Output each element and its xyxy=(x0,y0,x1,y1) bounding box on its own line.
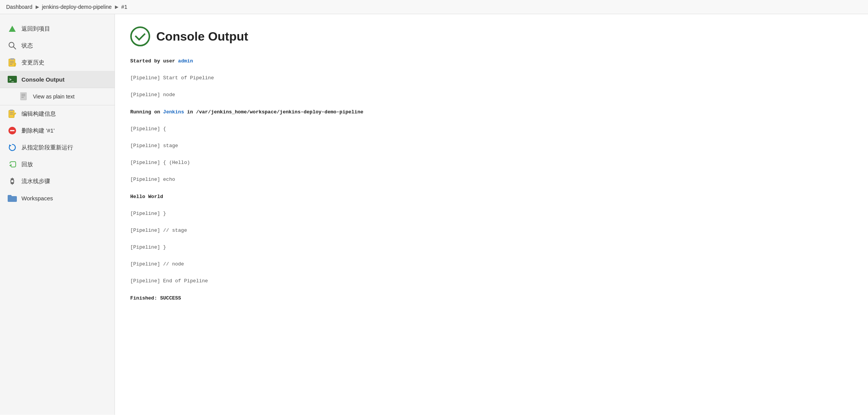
log-line-3: [Pipeline] node xyxy=(130,91,853,99)
svg-rect-18 xyxy=(10,130,15,131)
console-output-title: Console Output xyxy=(156,29,248,44)
plain-text-icon xyxy=(19,92,28,101)
svg-text:>_: >_ xyxy=(9,77,14,82)
log-line-12: [Pipeline] } xyxy=(130,243,853,252)
svg-line-1 xyxy=(13,47,16,49)
breadcrumb-pipeline[interactable]: jenkins-deploy-demo-pipeline xyxy=(42,4,112,10)
sidebar-item-label: View as plain text xyxy=(33,93,75,100)
sidebar-item-workspaces[interactable]: Workspaces xyxy=(0,190,115,206)
sidebar-item-pipeline-steps[interactable]: 流水线步骤 xyxy=(0,173,115,190)
content-area: Console Output Started by user admin [Pi… xyxy=(115,14,868,415)
svg-marker-20 xyxy=(9,164,11,167)
sidebar-item-label: 流水线步骤 xyxy=(21,178,50,185)
sidebar: 返回到项目 状态 xyxy=(0,14,115,415)
breadcrumb-sep-2: ▶ xyxy=(115,4,118,10)
svg-point-22 xyxy=(11,180,13,182)
no-entry-icon xyxy=(8,126,17,135)
success-check-icon xyxy=(130,26,150,46)
sidebar-item-console-output[interactable]: >_ Console Output xyxy=(0,71,115,88)
jenkins-link[interactable]: Jenkins xyxy=(163,109,184,115)
console-output-header: Console Output xyxy=(130,26,853,46)
log-line-9: Hello World xyxy=(130,193,853,201)
console-log-output: Started by user admin [Pipeline] Start o… xyxy=(130,57,853,311)
log-line-10: [Pipeline] } xyxy=(130,210,853,218)
sidebar-item-label: 回放 xyxy=(21,161,33,168)
sidebar-item-label: 状态 xyxy=(21,42,33,49)
main-layout: 返回到项目 状态 xyxy=(0,14,868,415)
up-arrow-icon xyxy=(8,24,17,33)
breadcrumb-sep-1: ▶ xyxy=(36,4,39,10)
svg-marker-19 xyxy=(9,144,11,147)
sidebar-item-delete-build[interactable]: 删除构建 '#1' xyxy=(0,122,115,139)
sidebar-item-label: Workspaces xyxy=(21,195,53,201)
sidebar-item-changes[interactable]: 变更历史 xyxy=(0,54,115,71)
breadcrumb-build: #1 xyxy=(121,4,128,10)
sidebar-item-label: Console Output xyxy=(21,76,65,83)
admin-link[interactable]: admin xyxy=(178,58,193,64)
sidebar-item-label: 编辑构建信息 xyxy=(21,110,56,118)
notepad-icon xyxy=(8,58,17,67)
log-line-7: [Pipeline] { (Hello) xyxy=(130,159,853,167)
sidebar-item-rollback[interactable]: 回放 xyxy=(0,156,115,173)
log-line-11: [Pipeline] // stage xyxy=(130,226,853,235)
log-line-6: [Pipeline] stage xyxy=(130,142,853,150)
breadcrumb: Dashboard ▶ jenkins-deploy-demo-pipeline… xyxy=(0,0,868,14)
replay-icon xyxy=(8,143,17,152)
sidebar-item-label: 变更历史 xyxy=(21,59,44,66)
sidebar-item-label: 返回到项目 xyxy=(21,25,50,33)
sidebar-item-label: 删除构建 '#1' xyxy=(21,127,55,134)
sidebar-item-status[interactable]: 状态 xyxy=(0,37,115,54)
breadcrumb-dashboard[interactable]: Dashboard xyxy=(6,4,33,10)
magnifier-icon xyxy=(8,41,17,50)
sidebar-item-label: 从指定阶段重新运行 xyxy=(21,144,73,151)
log-line-15: Finished: SUCCESS xyxy=(130,294,853,303)
sidebar-item-view-plain-text[interactable]: View as plain text xyxy=(0,88,115,105)
svg-rect-3 xyxy=(10,58,14,60)
sidebar-item-edit-build-info[interactable]: 编辑构建信息 xyxy=(0,105,115,122)
svg-rect-9 xyxy=(20,92,26,100)
log-line-13: [Pipeline] // node xyxy=(130,260,853,269)
gear-icon xyxy=(8,177,17,186)
log-line-5: [Pipeline] { xyxy=(130,125,853,133)
svg-rect-14 xyxy=(10,110,13,111)
log-line-14: [Pipeline] End of Pipeline xyxy=(130,277,853,285)
log-line-4: Running on Jenkins in /var/jenkins_home/… xyxy=(130,108,853,116)
terminal-icon: >_ xyxy=(8,75,17,84)
log-line-8: [Pipeline] echo xyxy=(130,175,853,184)
sidebar-item-back-to-project[interactable]: 返回到项目 xyxy=(0,20,115,37)
folder-icon xyxy=(8,193,17,203)
log-line-1: Started by user admin xyxy=(130,57,853,66)
edit-notepad-icon xyxy=(8,109,17,118)
sidebar-item-replay[interactable]: 从指定阶段重新运行 xyxy=(0,139,115,156)
log-line-2: [Pipeline] Start of Pipeline xyxy=(130,74,853,82)
return-icon xyxy=(8,160,17,169)
